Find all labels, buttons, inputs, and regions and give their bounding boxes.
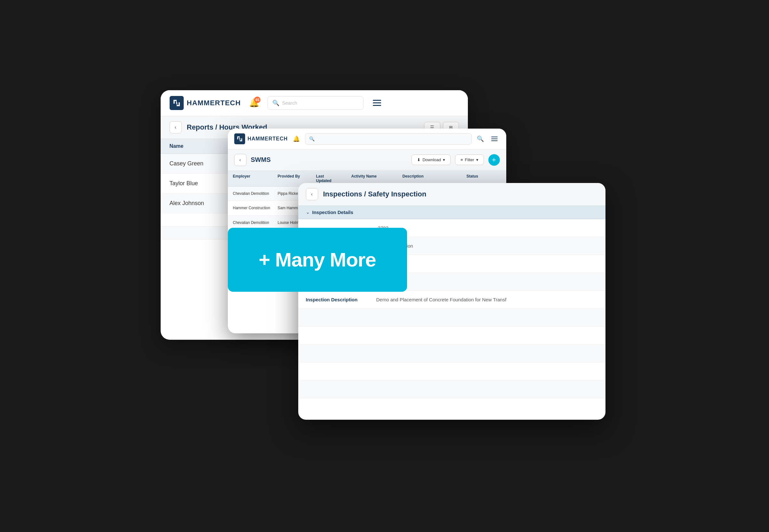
hamburger-line-mid-3 — [491, 140, 498, 141]
employer-header: Employer — [233, 174, 278, 183]
download-button[interactable]: ⬇ Download ▾ — [412, 155, 451, 165]
add-icon: + — [492, 156, 496, 164]
many-more-banner: + Many More — [228, 228, 407, 292]
swms-employer-3: Chevalian Demolition — [233, 220, 278, 226]
logo-icon-mid — [234, 133, 245, 144]
hamburger-button-mid[interactable] — [489, 133, 500, 144]
detail-row-description: Inspection Description Demo and Placemen… — [298, 291, 606, 309]
inspection-details-section[interactable]: ⌄ Inspection Details — [298, 206, 606, 219]
mid-card-subheader: ‹ SWMS ⬇ Download ▾ ≡ Filter ▾ + — [228, 149, 506, 171]
detail-row-empty-5 — [298, 380, 606, 398]
swms-employer-1: Chevalian Demolition — [233, 191, 278, 196]
download-icon: ⬇ — [417, 157, 421, 162]
detail-row-empty-4 — [298, 362, 606, 380]
filter-button[interactable]: ≡ Filter ▾ — [455, 155, 484, 165]
mid-card-header: HAMMERTECH 🔔 🔍 🔍 — [228, 129, 506, 149]
filter-chevron: ▾ — [476, 157, 479, 162]
front-card: ‹ Inspections / Safety Inspection ⌄ Insp… — [298, 183, 606, 420]
back-arrow-button-back[interactable]: ‹ — [170, 121, 182, 133]
logo-icon-back — [170, 96, 184, 110]
back-card-logo: HAMMERTECH — [170, 96, 241, 110]
back-arrow-button-front[interactable]: ‹ — [306, 188, 318, 200]
hamburger-line-2 — [373, 102, 381, 103]
inspection-title: Inspections / Safety Inspection — [323, 190, 427, 198]
collapse-icon: ⌄ — [306, 210, 310, 215]
hamburger-line-mid-1 — [491, 137, 498, 137]
hamburger-line-1 — [373, 100, 381, 101]
row-name-casey: Casey Green — [170, 160, 234, 167]
description-header: Description — [403, 174, 467, 183]
description-label: Inspection Description — [298, 292, 368, 307]
download-chevron: ▾ — [443, 157, 445, 162]
search-bar-mid[interactable]: 🔍 — [305, 133, 472, 145]
back-card-header: HAMMERTECH 🔔 65 🔍 Search — [161, 90, 468, 116]
swms-employer-2: Hammer Construction — [233, 205, 278, 211]
detail-row-empty-2 — [298, 327, 606, 345]
search-icon-mid[interactable]: 🔍 — [477, 135, 484, 142]
hamburger-button-back[interactable] — [370, 96, 384, 110]
search-bar-back[interactable]: 🔍 Search — [267, 96, 363, 110]
detail-row-empty-3 — [298, 345, 606, 362]
provided-by-header: Provided By — [278, 174, 316, 183]
description-value: Demo and Placement of Concrete Foundatio… — [368, 292, 606, 307]
mid-card-logo: HAMMERTECH — [234, 133, 288, 144]
status-header: Status — [467, 174, 506, 183]
hamburger-line-mid-2 — [491, 139, 498, 139]
many-more-text: + Many More — [258, 248, 376, 271]
logo-text-mid: HAMMERTECH — [248, 136, 288, 142]
row-name-alex: Alex Johnson — [170, 200, 234, 207]
logo-text-back: HAMMERTECH — [187, 99, 241, 107]
bell-badge-back: 65 — [254, 97, 260, 103]
filter-label: Filter — [465, 157, 474, 162]
detail-row-empty-1 — [298, 309, 606, 327]
hamburger-line-3 — [373, 105, 381, 106]
bell-icon-mid[interactable]: 🔔 — [293, 135, 300, 142]
row-name-taylor: Taylor Blue — [170, 180, 234, 187]
swms-title: SWMS — [251, 156, 271, 163]
bell-button-back[interactable]: 🔔 65 — [247, 96, 261, 110]
activity-name-header: Activity Name — [351, 174, 403, 183]
search-placeholder-back: Search — [282, 100, 297, 106]
name-column-header: Name — [170, 143, 234, 149]
last-updated-header: LastUpdated — [316, 174, 351, 183]
section-header-label: Inspection Details — [312, 210, 353, 215]
add-button[interactable]: + — [488, 154, 500, 166]
front-card-header: ‹ Inspections / Safety Inspection — [298, 183, 606, 206]
download-label: Download — [423, 157, 441, 162]
back-arrow-button-mid[interactable]: ‹ — [234, 154, 246, 166]
filter-icon: ≡ — [461, 157, 463, 162]
